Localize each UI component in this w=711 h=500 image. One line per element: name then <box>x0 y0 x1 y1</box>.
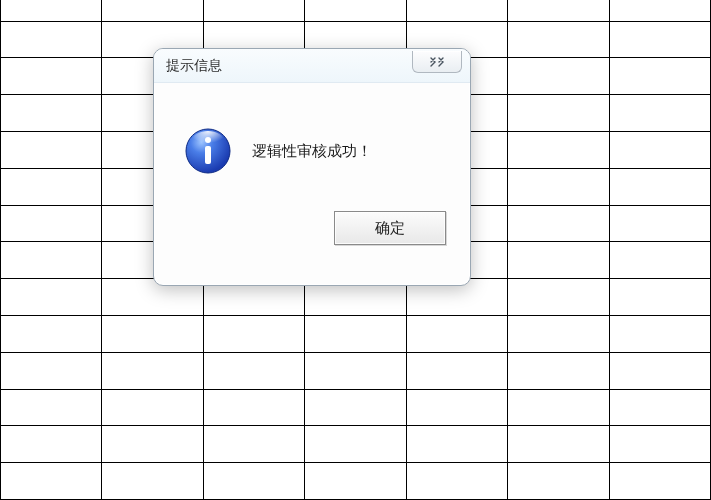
dialog-titlebar[interactable]: 提示信息 <box>154 49 470 83</box>
svg-rect-3 <box>205 146 211 164</box>
close-icon <box>429 57 445 67</box>
dialog-title: 提示信息 <box>166 57 222 75</box>
svg-point-2 <box>205 137 211 143</box>
dialog-body: 逻辑性审核成功！ <box>154 83 470 211</box>
ok-button[interactable]: 确定 <box>334 211 446 245</box>
dialog-button-row: 确定 <box>154 211 470 265</box>
message-dialog: 提示信息 <box>153 48 471 286</box>
close-button[interactable] <box>412 51 462 73</box>
info-icon <box>184 127 232 175</box>
dialog-message: 逻辑性审核成功！ <box>252 142 372 161</box>
